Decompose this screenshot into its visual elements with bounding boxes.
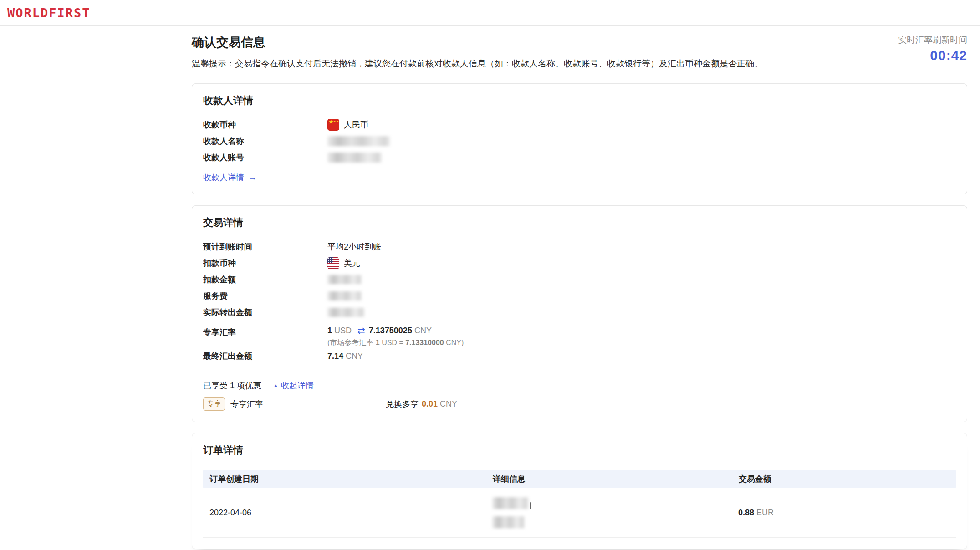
payee-link-row: 收款人详情 → bbox=[203, 172, 956, 183]
debit-currency-text: 美元 bbox=[344, 258, 360, 269]
rate-left-ccy: USD bbox=[334, 326, 352, 336]
promo-name: 专享汇率 bbox=[230, 399, 263, 410]
promo-summary-row: 已享受 1 项优惠 ▲ 收起详情 bbox=[203, 380, 956, 391]
market-amount-2: 7.13310000 bbox=[405, 339, 444, 346]
rate-timer: 实时汇率刷新时间 00:42 bbox=[898, 34, 967, 63]
eta-value: 平均2小时到账 bbox=[327, 241, 381, 252]
arrow-right-icon: → bbox=[248, 173, 257, 183]
rate-row: 专享汇率 1 USD ⇄ 7.13750025 CNY (市场参考汇率 1 US… bbox=[203, 325, 956, 348]
china-flag-icon: ★ ★★★ bbox=[327, 119, 339, 131]
promo-benefit-ccy: CNY bbox=[440, 399, 457, 409]
detail-text-fragment bbox=[530, 502, 531, 509]
rate-right-amount: 7.13750025 bbox=[369, 326, 412, 336]
actual-out-label: 实际转出金额 bbox=[203, 307, 327, 318]
final-amount-row: 最终汇出金额 7.14 CNY bbox=[203, 348, 956, 364]
us-flag-icon bbox=[327, 257, 339, 269]
market-ccy-2: CNY) bbox=[446, 339, 464, 346]
us-flag-canton bbox=[327, 257, 333, 263]
fee-row: 服务费 bbox=[203, 288, 956, 304]
china-flag-dots: ★★★ bbox=[333, 120, 339, 123]
market-ccy-1: USD bbox=[382, 339, 397, 346]
final-amount-ccy: CNY bbox=[346, 351, 363, 361]
masked-order-detail-1 bbox=[492, 497, 529, 509]
collapse-details-label: 收起详情 bbox=[281, 380, 314, 391]
payee-account-label: 收款人账号 bbox=[203, 152, 327, 163]
actual-out-row: 实际转出金额 bbox=[203, 304, 956, 321]
orders-card: 订单详情 订单创建日期 详细信息 交易金额 2022-04-06 0.88 bbox=[192, 433, 967, 549]
payee-card: 收款人详情 收款币种 ★ ★★★ 人民币 收款人名称 收款人账号 bbox=[192, 83, 967, 194]
title-row: 确认交易信息 温馨提示：交易指令在确认支付后无法撤销，建议您在付款前核对收款人信… bbox=[192, 26, 967, 70]
masked-actual-out bbox=[327, 308, 365, 317]
masked-debit-amount bbox=[327, 275, 362, 284]
promo-benefit: 兑换多享 0.01 CNY bbox=[386, 399, 457, 410]
masked-fee bbox=[327, 291, 362, 300]
title-block: 确认交易信息 温馨提示：交易指令在确认支付后无法撤销，建议您在付款前核对收款人信… bbox=[192, 34, 763, 70]
card-divider bbox=[203, 371, 956, 371]
debit-amount-row: 扣款金额 bbox=[203, 271, 956, 288]
col-detail-info: 详细信息 bbox=[486, 474, 732, 484]
fee-label: 服务费 bbox=[203, 290, 327, 301]
debit-currency-value: 美元 bbox=[327, 257, 360, 269]
rate-right-ccy: CNY bbox=[414, 326, 432, 336]
notice-text: 温馨提示：交易指令在确认支付后无法撤销，建议您在付款前核对收款人信息（如：收款人… bbox=[192, 58, 763, 70]
transaction-card: 交易详情 预计到账时间 平均2小时到账 扣款币种 美元 扣款金额 服务费 bbox=[192, 205, 967, 422]
payee-detail-link-label: 收款人详情 bbox=[203, 172, 244, 183]
collapse-details-link[interactable]: ▲ 收起详情 bbox=[273, 380, 314, 391]
promo-benefit-amount: 0.01 bbox=[422, 399, 438, 409]
masked-payee-name bbox=[327, 136, 390, 146]
worldfirst-logo: WORLDFIRST bbox=[7, 6, 91, 20]
order-detail-line-1 bbox=[492, 497, 531, 509]
col-amount: 交易金额 bbox=[732, 474, 956, 484]
eta-label: 预计到账时间 bbox=[203, 241, 327, 252]
market-prefix: (市场参考汇率 bbox=[327, 339, 373, 346]
table-row-divider bbox=[203, 537, 956, 538]
rate-timer-label: 实时汇率刷新时间 bbox=[898, 34, 967, 46]
payee-detail-link[interactable]: 收款人详情 → bbox=[203, 172, 257, 183]
caret-up-icon: ▲ bbox=[273, 382, 278, 388]
order-amount-ccy: EUR bbox=[756, 508, 774, 517]
debit-currency-label: 扣款币种 bbox=[203, 258, 327, 269]
order-detail-cell bbox=[486, 497, 732, 528]
order-date-cell: 2022-04-06 bbox=[203, 508, 486, 518]
rate-left-amount: 1 bbox=[327, 326, 332, 336]
order-amount-cell: 0.88 EUR bbox=[732, 508, 956, 518]
payee-account-row: 收款人账号 bbox=[203, 149, 956, 166]
payee-name-row: 收款人名称 bbox=[203, 133, 956, 149]
market-eq: = bbox=[399, 339, 403, 346]
payee-currency-label: 收款币种 bbox=[203, 119, 327, 130]
rate-timer-value: 00:42 bbox=[898, 48, 967, 63]
promo-left: 专享 专享汇率 bbox=[203, 397, 386, 411]
debit-amount-label: 扣款金额 bbox=[203, 274, 327, 285]
payee-currency-text: 人民币 bbox=[344, 119, 368, 130]
china-flag-star: ★ bbox=[328, 119, 334, 126]
rate-line: 1 USD ⇄ 7.13750025 CNY bbox=[327, 325, 464, 336]
promo-summary-text: 已享受 1 项优惠 bbox=[203, 380, 261, 391]
promo-badge: 专享 bbox=[203, 397, 225, 411]
page-title: 确认交易信息 bbox=[192, 34, 763, 51]
promo-benefit-label: 兑换多享 bbox=[386, 399, 419, 410]
order-amount-value: 0.88 bbox=[738, 508, 754, 517]
rate-label: 专享汇率 bbox=[203, 325, 327, 338]
table-row: 2022-04-06 0.88 EUR bbox=[203, 488, 956, 535]
col-order-date: 订单创建日期 bbox=[203, 474, 486, 484]
swap-icon: ⇄ bbox=[357, 325, 365, 336]
debit-currency-row: 扣款币种 美元 bbox=[203, 255, 956, 271]
order-detail-line-2 bbox=[492, 516, 525, 528]
transaction-card-title: 交易详情 bbox=[203, 216, 956, 229]
rate-value-block: 1 USD ⇄ 7.13750025 CNY (市场参考汇率 1 USD = 7… bbox=[327, 325, 464, 348]
payee-currency-value: ★ ★★★ 人民币 bbox=[327, 119, 368, 131]
orders-table-header: 订单创建日期 详细信息 交易金额 bbox=[203, 470, 956, 488]
payee-currency-row: 收款币种 ★ ★★★ 人民币 bbox=[203, 117, 956, 133]
eta-row: 预计到账时间 平均2小时到账 bbox=[203, 239, 956, 255]
final-amount-value: 7.14 bbox=[327, 351, 343, 361]
final-amount-label: 最终汇出金额 bbox=[203, 351, 327, 362]
masked-order-detail-2 bbox=[492, 516, 525, 528]
page: WORLDFIRST 确认交易信息 温馨提示：交易指令在确认支付后无法撤销，建议… bbox=[0, 0, 980, 549]
orders-card-title: 订单详情 bbox=[203, 443, 956, 457]
main-content: 确认交易信息 温馨提示：交易指令在确认支付后无法撤销，建议您在付款前核对收款人信… bbox=[192, 26, 967, 549]
market-rate-line: (市场参考汇率 1 USD = 7.13310000 CNY) bbox=[327, 338, 464, 348]
masked-payee-account bbox=[327, 153, 382, 163]
market-amount-1: 1 bbox=[376, 339, 380, 346]
promo-row: 专享 专享汇率 兑换多享 0.01 CNY bbox=[203, 397, 956, 411]
payee-card-title: 收款人详情 bbox=[203, 94, 956, 107]
